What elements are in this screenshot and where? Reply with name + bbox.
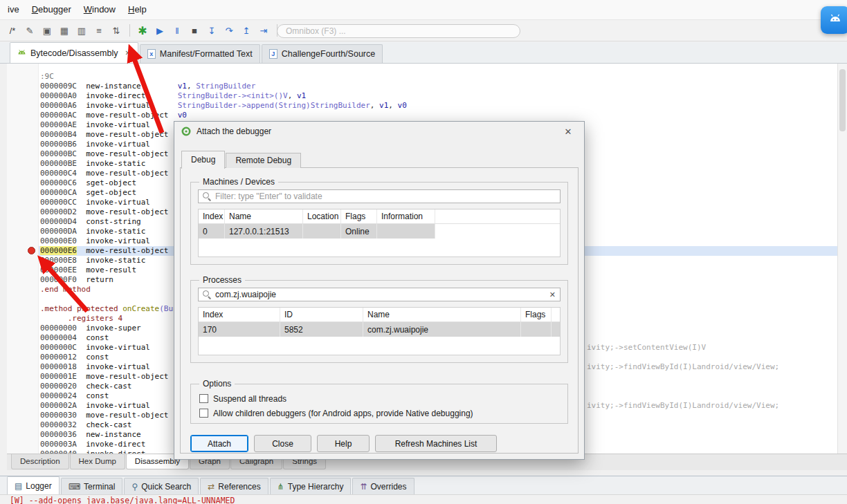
help-button[interactable]: Help [317, 435, 370, 452]
code-line[interactable]: 000000A6 invoke-virtual StringBuilder->a… [39, 101, 837, 111]
menu-item-window[interactable]: Window [78, 1, 122, 19]
column-header-filler [435, 209, 560, 223]
column-header-filler [552, 308, 560, 321]
menu-item-ive[interactable]: ive [1, 1, 26, 19]
table-edit-icon[interactable]: ▥ [73, 22, 90, 39]
attach-debugger-dialog: Attach the debugger ✕ DebugRemote Debug … [174, 121, 585, 460]
machines-filter-input[interactable] [215, 192, 556, 201]
java-icon: J [269, 49, 277, 59]
checkbox-label: Allow children debuggers (for Android ap… [213, 409, 473, 418]
checkbox-suspend-all-threads[interactable]: Suspend all threads [199, 391, 561, 406]
menu-item-help[interactable]: Help [122, 1, 153, 19]
occluded-code-text: ivity;->findViewById(I)Landroid/view/Vie… [587, 401, 779, 411]
dialog-tab-debug[interactable]: Debug [181, 151, 225, 169]
table-cell: 5852 [280, 322, 363, 337]
close-button[interactable]: Close [254, 435, 311, 452]
processes-table: IndexIDNameFlags1705852com.zj.wuaipojie [198, 307, 561, 355]
table-header-row: IndexIDNameFlags [199, 308, 560, 322]
tab-bytecode-disassembly[interactable]: Bytecode/Disassembly✕ [10, 42, 138, 63]
dialog-title-bar[interactable]: Attach the debugger ✕ [174, 122, 584, 141]
tab-manifest-formatted-text[interactable]: xManifest/Formatted Text [140, 44, 260, 63]
menu-bar: iveDebuggerWindowHelp [0, 0, 847, 19]
code-line[interactable]: :9C [39, 72, 837, 82]
column-header-name[interactable]: Name [225, 209, 303, 223]
hierarchy-view-icon[interactable]: ≡ [91, 22, 107, 39]
machines-group-label: Machines / Devices [199, 177, 278, 187]
refresh-machines-list-button[interactable]: Refresh Machines List [375, 435, 497, 452]
document-tab-bar: Bytecode/Disassembly✕xManifest/Formatted… [0, 42, 847, 64]
panel-tab-type-hierarchy[interactable]: ⋔Type Hierarchy [270, 478, 352, 494]
pause-icon[interactable]: ‖ [169, 22, 185, 39]
clear-filter-icon[interactable]: ✕ [549, 290, 556, 299]
panel-tab-label: References [218, 482, 260, 492]
vertical-scrollbar[interactable] [837, 64, 847, 454]
occluded-code-text: ivity;->findViewById(I)Landroid/view/Vie… [587, 362, 779, 372]
panel-tab-label: Quick Search [141, 482, 191, 492]
processes-filter: ✕ [198, 288, 561, 301]
column-header-index[interactable]: Index [199, 209, 225, 223]
debug-tab-panel: Machines / Devices IndexNameLocationFlag… [180, 167, 579, 454]
jeb-window: iveDebuggerWindowHelp /*✎▣▦▥≡⇅✱▶‖■↧↷↥⇥✒ … [0, 0, 847, 504]
code-line[interactable]: 0000009C new-instance v1, StringBuilder [39, 82, 837, 91]
column-header-flags[interactable]: Flags [521, 308, 552, 321]
step-over-icon[interactable]: ↷ [221, 22, 237, 39]
close-icon[interactable]: ✕ [558, 127, 579, 137]
table-cell: 127.0.0.1:21513 [225, 224, 303, 239]
dialog-tab-remote-debug[interactable]: Remote Debug [226, 153, 301, 168]
panel-tab-references[interactable]: ⇄References [200, 478, 268, 494]
processes-filter-input[interactable] [215, 290, 545, 299]
toolbar-separator [129, 24, 130, 37]
assistive-floating-button[interactable] [821, 6, 847, 34]
run-to-cursor-icon[interactable]: ⇥ [255, 22, 272, 39]
options-group-label: Options [199, 379, 235, 389]
panel-tab-quick-search[interactable]: ⚲Quick Search [124, 478, 199, 494]
close-tab-icon[interactable]: ✕ [125, 49, 130, 57]
search-icon [203, 192, 211, 200]
column-header-id[interactable]: ID [280, 308, 363, 321]
doc-tab-label: ChallengeFourth/Source [282, 49, 376, 59]
toolbar: /*✎▣▦▥≡⇅✱▶‖■↧↷↥⇥✒ [0, 19, 847, 41]
column-header-location[interactable]: Location [303, 209, 341, 223]
machines-filter [198, 189, 561, 203]
table-view-icon[interactable]: ▦ [56, 22, 73, 39]
step-out-icon[interactable]: ↥ [238, 22, 255, 39]
checkbox-allow-children-debuggers[interactable]: Allow children debuggers (for Android ap… [199, 406, 561, 420]
view-tab-description[interactable]: Description [11, 454, 69, 469]
rename-icon[interactable]: ✎ [21, 22, 38, 39]
breakpoint-gutter[interactable] [7, 64, 39, 454]
panel-tab-overrides[interactable]: ⇈Overrides [352, 478, 414, 494]
checkbox-box[interactable] [199, 394, 208, 403]
doc-tab-label: Bytecode/Disassembly [30, 48, 118, 58]
table-row[interactable]: 1705852com.zj.wuaipojie [199, 322, 560, 337]
column-header-flags[interactable]: Flags [341, 209, 377, 223]
omnibox-input[interactable] [277, 24, 520, 38]
options-checkboxes: Suspend all threadsAllow children debugg… [198, 391, 561, 420]
step-into-icon[interactable]: ↧ [203, 22, 220, 39]
resume-icon[interactable]: ▶ [152, 22, 168, 39]
comment-icon[interactable]: /* [4, 22, 21, 39]
code-line[interactable]: 000000AC move-result-object v0 [39, 111, 837, 120]
column-header-name[interactable]: Name [363, 308, 521, 321]
android-robot-icon [828, 13, 842, 28]
menu-item-debugger[interactable]: Debugger [26, 1, 78, 19]
view-tab-hex-dump[interactable]: Hex Dump [70, 454, 125, 469]
table-cell [303, 224, 341, 239]
stop-icon[interactable]: ■ [186, 22, 203, 39]
panel-tab-terminal[interactable]: ⌨Terminal [61, 478, 123, 494]
sort-icon[interactable]: ⇅ [108, 22, 125, 39]
machines-devices-group: Machines / Devices IndexNameLocationFlag… [190, 182, 568, 265]
breakpoint-marker[interactable] [28, 247, 35, 254]
column-header-index[interactable]: Index [199, 308, 280, 321]
copy-view-icon[interactable]: ▣ [39, 22, 55, 39]
panel-tab-logger[interactable]: ▤Logger [7, 476, 60, 494]
table-cell: 0 [199, 224, 225, 239]
menu-underline: W [84, 4, 92, 15]
column-header-information[interactable]: Information [377, 209, 435, 223]
checkbox-box[interactable] [199, 409, 208, 418]
scrollbar-thumb[interactable] [839, 69, 846, 131]
start-debugger-icon[interactable]: ✱ [134, 22, 151, 39]
tab-challengefourth-source[interactable]: JChallengeFourth/Source [262, 44, 383, 63]
code-line[interactable]: 000000A0 invoke-direct StringBuilder-><i… [39, 91, 837, 101]
table-row[interactable]: 0127.0.0.1:21513Online [199, 224, 560, 239]
attach-button[interactable]: Attach [190, 435, 248, 452]
